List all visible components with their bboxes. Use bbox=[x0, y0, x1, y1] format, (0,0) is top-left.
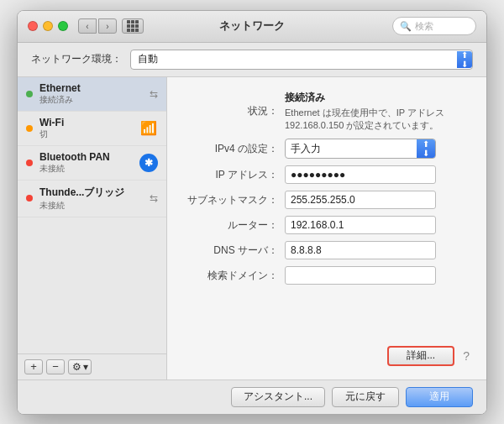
ip-label: IP アドレス： bbox=[184, 168, 285, 182]
router-row: ルーター： bbox=[184, 216, 470, 234]
traffic-lights bbox=[28, 21, 68, 31]
env-label: ネットワーク環境： bbox=[31, 52, 122, 66]
status-dot-wifi bbox=[26, 125, 33, 132]
sidebar-footer: + − ⚙ ▾ bbox=[18, 353, 166, 380]
domain-input[interactable] bbox=[285, 266, 436, 285]
back-button[interactable]: ‹ bbox=[78, 18, 97, 34]
item-name-ethernet: Ethernet bbox=[39, 82, 143, 94]
bluetooth-icon: ✱ bbox=[139, 154, 158, 172]
ip-row: IP アドレス： bbox=[184, 165, 470, 184]
grid-icon bbox=[127, 20, 139, 32]
status-desc: Ethernet は現在使用中で、IP アドレス192.168.0.150 が設… bbox=[285, 107, 444, 133]
status-row: 状況： 接続済み Ethernet は現在使用中で、IP アドレス192.168… bbox=[184, 91, 470, 133]
domain-row: 検索ドメイン： bbox=[184, 266, 470, 285]
forward-button[interactable]: › bbox=[98, 18, 117, 34]
wifi-icon: 📶 bbox=[139, 120, 158, 136]
arrows-icon-ethernet: ⇆ bbox=[150, 88, 158, 100]
minimize-button[interactable] bbox=[43, 21, 53, 31]
search-icon: 🔍 bbox=[400, 21, 412, 32]
ipv4-label: IPv4 の設定： bbox=[184, 142, 285, 156]
add-button[interactable]: + bbox=[24, 359, 43, 374]
main-content: Ethernet 接続済み ⇆ Wi-Fi 切 📶 bbox=[18, 77, 486, 380]
subnet-row: サブネットマスク： bbox=[184, 191, 470, 209]
domain-label: 検索ドメイン： bbox=[184, 269, 285, 283]
toolbar: ネットワーク環境： 自動 ⬆⬇ bbox=[18, 43, 486, 77]
gear-button[interactable]: ⚙ ▾ bbox=[68, 359, 92, 374]
search-label: 検索 bbox=[415, 20, 433, 33]
item-status-thunderbolt: 未接続 bbox=[39, 200, 143, 212]
item-status-ethernet: 接続済み bbox=[39, 94, 143, 106]
ipv4-select-arrow-icon: ⬆⬇ bbox=[417, 139, 435, 159]
search-box[interactable]: 🔍 検索 bbox=[392, 17, 476, 35]
apply-button[interactable]: 適用 bbox=[406, 387, 473, 407]
ipv4-select[interactable]: 手入力 ⬆⬇ bbox=[285, 139, 436, 159]
help-question[interactable]: ? bbox=[463, 349, 470, 363]
item-text-bluetooth: Bluetooth PAN 未接続 bbox=[39, 151, 133, 175]
dns-label: DNS サーバ： bbox=[184, 243, 285, 258]
ip-input[interactable] bbox=[285, 165, 436, 184]
router-input[interactable] bbox=[285, 216, 436, 234]
detail-panel: 状況： 接続済み Ethernet は現在使用中で、IP アドレス192.168… bbox=[167, 77, 486, 380]
item-name-thunderbolt: Thunde...ブリッジ bbox=[39, 186, 143, 200]
bottom-bar: アシスタント... 元に戻す 適用 bbox=[18, 380, 486, 414]
gear-arrow-icon: ▾ bbox=[83, 361, 88, 373]
item-name-bluetooth: Bluetooth PAN bbox=[39, 151, 133, 163]
detail-action-row: 詳細... ? bbox=[184, 346, 470, 366]
env-select[interactable]: 自動 ⬆⬇ bbox=[130, 50, 473, 70]
item-text-ethernet: Ethernet 接続済み bbox=[39, 82, 143, 106]
gear-icon: ⚙ bbox=[72, 361, 81, 373]
item-status-bluetooth: 未接続 bbox=[39, 163, 133, 175]
subnet-input[interactable] bbox=[285, 191, 436, 209]
dns-row: DNS サーバ： bbox=[184, 241, 470, 259]
assistant-button[interactable]: アシスタント... bbox=[231, 387, 325, 407]
close-button[interactable] bbox=[28, 21, 38, 31]
status-dot-ethernet bbox=[26, 91, 33, 97]
ipv4-value: 手入力 bbox=[286, 142, 321, 156]
details-button[interactable]: 詳細... bbox=[387, 346, 454, 366]
item-text-wifi: Wi-Fi 切 bbox=[39, 117, 133, 140]
item-text-thunderbolt: Thunde...ブリッジ 未接続 bbox=[39, 186, 143, 212]
spacer bbox=[184, 291, 470, 338]
status-value-block: 接続済み Ethernet は現在使用中で、IP アドレス192.168.0.1… bbox=[285, 91, 444, 133]
status-label: 状況： bbox=[184, 104, 285, 118]
env-value: 自動 bbox=[138, 52, 158, 66]
arrows-icon-thunderbolt: ⇆ bbox=[150, 192, 158, 204]
sidebar-item-wifi[interactable]: Wi-Fi 切 📶 bbox=[18, 112, 166, 146]
nav-buttons: ‹ › bbox=[78, 18, 117, 34]
item-status-wifi: 切 bbox=[39, 128, 133, 140]
dns-input[interactable] bbox=[285, 241, 436, 259]
ipv4-row: IPv4 の設定： 手入力 ⬆⬇ bbox=[184, 139, 470, 159]
sidebar-item-thunderbolt[interactable]: Thunde...ブリッジ 未接続 ⇆ bbox=[18, 181, 166, 217]
sidebar: Ethernet 接続済み ⇆ Wi-Fi 切 📶 bbox=[18, 77, 167, 380]
sidebar-list: Ethernet 接続済み ⇆ Wi-Fi 切 📶 bbox=[18, 77, 166, 353]
router-label: ルーター： bbox=[184, 218, 285, 233]
item-name-wifi: Wi-Fi bbox=[39, 117, 133, 128]
revert-button[interactable]: 元に戻す bbox=[332, 387, 399, 407]
remove-button[interactable]: − bbox=[46, 359, 65, 374]
maximize-button[interactable] bbox=[58, 21, 68, 31]
sidebar-item-bluetooth-pan[interactable]: Bluetooth PAN 未接続 ✱ bbox=[18, 146, 166, 181]
status-dot-thunderbolt bbox=[26, 195, 33, 202]
network-window: ‹ › ネットワーク 🔍 検索 ネットワーク環境： 自動 ⬆⬇ bbox=[17, 10, 487, 415]
status-dot-bluetooth bbox=[26, 160, 33, 166]
grid-button[interactable] bbox=[122, 18, 144, 34]
sidebar-item-ethernet[interactable]: Ethernet 接続済み ⇆ bbox=[18, 77, 166, 112]
titlebar: ‹ › ネットワーク 🔍 検索 bbox=[18, 11, 486, 43]
subnet-label: サブネットマスク： bbox=[184, 193, 285, 207]
status-connected: 接続済み bbox=[285, 91, 444, 105]
window-title: ネットワーク bbox=[219, 18, 285, 34]
env-select-arrow-icon: ⬆⬇ bbox=[457, 51, 472, 68]
